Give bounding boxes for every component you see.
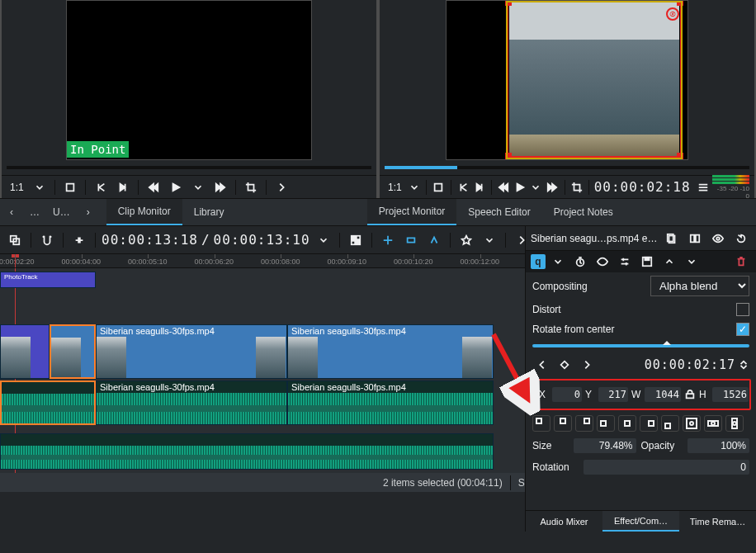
crop-icon[interactable] <box>569 178 584 196</box>
project-monitor-tc[interactable]: 00:00:02:18 <box>594 179 691 195</box>
align-tl-icon[interactable] <box>532 415 550 432</box>
fav-drop-icon[interactable] <box>480 231 499 249</box>
compositing-select[interactable]: Alpha blend <box>650 276 749 296</box>
play-icon[interactable] <box>166 178 186 196</box>
tab-audio-mixer[interactable]: Audio Mixer <box>526 511 602 532</box>
zoom-dropdown-icon[interactable] <box>408 178 422 196</box>
svg-rect-5 <box>356 235 359 239</box>
reset-icon[interactable] <box>731 229 751 248</box>
down-icon[interactable] <box>682 253 702 271</box>
set-in-icon[interactable] <box>60 178 80 196</box>
align-mc-icon[interactable] <box>618 415 636 432</box>
timeline-pos-tc[interactable]: 00:00:13:18 <box>102 232 198 248</box>
tab-clip-monitor[interactable]: Clip Monitor <box>106 199 182 225</box>
h-input[interactable]: 1526 <box>712 387 749 402</box>
save-icon[interactable] <box>637 253 657 271</box>
align-mr-icon[interactable] <box>640 415 658 432</box>
keyframe-slider[interactable] <box>532 344 749 347</box>
crop-icon[interactable] <box>241 178 261 196</box>
clip-video-sel[interactable] <box>50 324 96 379</box>
step-back-icon[interactable] <box>472 178 486 196</box>
track-compositing-icon[interactable] <box>5 231 25 249</box>
align-tc-icon[interactable] <box>554 415 572 432</box>
svg-rect-1 <box>435 183 442 191</box>
y-input[interactable]: 217 <box>598 387 628 402</box>
menu-icon[interactable] <box>697 178 711 196</box>
tab-library[interactable]: Library <box>182 199 236 225</box>
collapse-icon[interactable] <box>548 253 568 271</box>
fith-icon[interactable] <box>725 415 744 432</box>
kf-stepper-icon[interactable] <box>738 356 749 374</box>
align-ml-icon[interactable] <box>597 415 615 432</box>
snap-icon[interactable] <box>37 231 57 249</box>
kf-next-icon[interactable] <box>577 356 597 374</box>
align-tr-icon[interactable] <box>575 415 593 432</box>
kf-prev-icon[interactable] <box>532 356 552 374</box>
play-drop-icon[interactable] <box>188 178 208 196</box>
delete-icon[interactable] <box>731 253 751 271</box>
fitw-icon[interactable] <box>704 415 722 432</box>
zoom-dropdown-icon[interactable] <box>30 178 50 196</box>
proj-zoom-label: 1:1 <box>385 182 405 193</box>
clip-audio-long[interactable] <box>0 433 494 470</box>
clip-audio-c[interactable]: Siberian seagulls-30fps.mp4 <box>287 380 494 425</box>
clip-phototrack[interactable]: PhotoTrack <box>0 272 96 288</box>
kf-tc[interactable]: 00:00:02:17 <box>645 357 735 372</box>
sliders-icon[interactable] <box>615 253 635 271</box>
size-input[interactable]: 79.48% <box>574 438 636 453</box>
tool2-icon[interactable] <box>401 231 421 249</box>
split-icon[interactable] <box>685 229 705 248</box>
tab-next[interactable]: › <box>77 199 100 225</box>
clip-audio-sel[interactable] <box>0 380 96 425</box>
clip-monitor-canvas[interactable]: In Point <box>66 0 312 160</box>
clip-monitor-scrubber[interactable] <box>2 160 376 175</box>
goto-start-icon[interactable] <box>456 178 470 196</box>
tab-unknown-2[interactable]: U… <box>46 199 77 225</box>
play-drop-icon[interactable] <box>529 178 543 196</box>
tab-prev[interactable]: ‹ <box>0 199 23 225</box>
clip-audio-b[interactable]: Siberian seagulls-30fps.mp4 <box>96 380 287 425</box>
eye-icon[interactable] <box>708 229 728 248</box>
opacity-input[interactable]: 100% <box>687 438 750 453</box>
favorite-icon[interactable] <box>456 231 476 249</box>
tab-project-monitor[interactable]: Project Monitor <box>367 199 457 225</box>
tab-unknown-1[interactable]: … <box>23 199 46 225</box>
distort-checkbox[interactable] <box>736 303 749 316</box>
ffwd-icon[interactable] <box>210 178 230 196</box>
fit-icon[interactable] <box>683 415 701 432</box>
up-icon[interactable] <box>659 253 679 271</box>
tc-drop-icon[interactable] <box>314 231 333 249</box>
kf-add-icon[interactable] <box>555 356 574 374</box>
play-icon[interactable] <box>513 178 527 196</box>
tab-time-remap[interactable]: Time Rema… <box>679 511 756 532</box>
lock-ratio-icon[interactable] <box>684 385 696 404</box>
rewind-icon[interactable] <box>497 178 511 196</box>
timeline-dur-tc: 00:00:13:10 <box>214 232 310 248</box>
tab-speech-editor[interactable]: Speech Editor <box>456 199 541 225</box>
w-input[interactable]: 1044 <box>645 387 681 402</box>
align-bl-icon[interactable] <box>661 415 679 432</box>
thumbnails-icon[interactable] <box>346 231 366 249</box>
rewind-icon[interactable] <box>144 178 163 196</box>
goto-start-icon[interactable] <box>91 178 111 196</box>
x-input[interactable]: 0 <box>552 387 582 402</box>
ffwd-icon[interactable] <box>546 178 560 196</box>
timer-icon[interactable] <box>570 253 590 271</box>
tab-project-notes[interactable]: Project Notes <box>542 199 625 225</box>
clip-video-c[interactable]: Siberian seagulls-30fps.mp4 <box>287 324 494 379</box>
clip-video-b[interactable]: Siberian seagulls-30fps.mp4 <box>96 324 287 379</box>
step-back-icon[interactable] <box>113 178 133 196</box>
tool1-icon[interactable] <box>378 231 398 249</box>
set-in-icon[interactable] <box>432 178 446 196</box>
eye-icon[interactable] <box>593 253 612 271</box>
tab-effect-compositing[interactable]: Effect/Com… <box>602 511 679 532</box>
project-monitor-scrubber[interactable] <box>380 160 754 175</box>
tool3-icon[interactable] <box>424 231 444 249</box>
more-right-icon[interactable] <box>272 178 291 196</box>
project-monitor-canvas[interactable]: ⦿ <box>446 0 688 160</box>
ripple-icon[interactable] <box>69 231 89 249</box>
clip-video-pre[interactable] <box>0 324 50 379</box>
rotate-center-checkbox[interactable]: ✓ <box>736 323 749 336</box>
rotation-input[interactable]: 0 <box>584 460 749 475</box>
copy-icon[interactable] <box>662 229 682 248</box>
